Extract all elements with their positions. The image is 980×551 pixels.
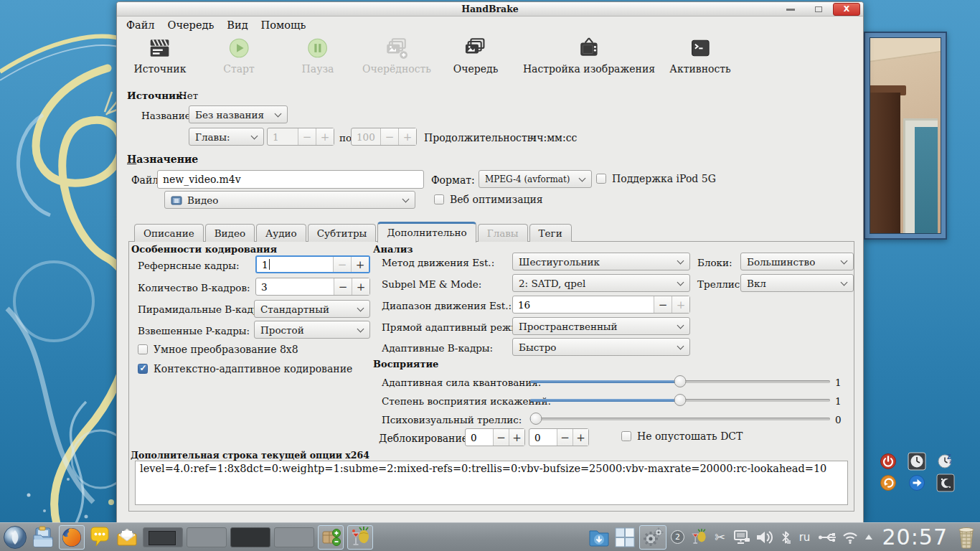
chapter-end-spinner[interactable]: 100 (351, 128, 417, 146)
slider-knob[interactable] (674, 375, 687, 387)
notification-badge[interactable]: 2 (670, 525, 686, 550)
keyboard-layout-indicator[interactable]: ru (796, 525, 814, 550)
chat-icon[interactable] (88, 525, 111, 550)
pager-icon[interactable] (614, 525, 636, 550)
usb-icon[interactable] (817, 525, 837, 550)
trash-basket-icon[interactable] (956, 525, 977, 550)
minus-icon[interactable] (493, 429, 509, 446)
mail-icon[interactable] (115, 525, 139, 550)
destination-folder-dropdown[interactable]: Видео (164, 191, 415, 209)
partitions-dropdown[interactable]: Большинство (740, 253, 854, 270)
b-frames-spinner[interactable]: 3 (255, 278, 370, 296)
menu-file[interactable]: Файл (126, 19, 155, 31)
plus-icon[interactable] (672, 296, 689, 313)
ipod-support-checkbox[interactable]: Поддержка iPod 5G (596, 173, 716, 184)
cabac-checkbox[interactable]: Контекстно-адаптивное кодирование (138, 363, 352, 375)
package-manager-icon[interactable] (318, 525, 344, 550)
lock-screen-icon[interactable] (931, 472, 960, 494)
download-folder-icon[interactable] (588, 525, 611, 550)
subpel-dropdown[interactable]: 2: SATD, qpel (512, 274, 690, 292)
ref-frames-spinner[interactable]: 1 (255, 255, 370, 273)
minus-icon[interactable] (298, 128, 316, 145)
trellis-dropdown[interactable]: Вкл (740, 274, 854, 292)
logout-icon[interactable] (903, 472, 931, 494)
plus-icon[interactable] (316, 128, 334, 145)
8x8-transform-checkbox[interactable]: Умное преобразование 8x8 (138, 344, 298, 355)
psy-rd-slider[interactable] (530, 399, 830, 402)
slider-knob[interactable] (530, 413, 542, 425)
source-button[interactable]: Источник (134, 37, 187, 75)
taskbar-clock[interactable]: 20:57 (882, 524, 948, 550)
tab-audio[interactable]: Аудио (256, 224, 306, 242)
clock-icon[interactable] (903, 451, 931, 472)
format-dropdown[interactable]: MPEG-4 (avformat) (479, 170, 592, 188)
gears-icon[interactable] (639, 525, 666, 550)
aq-strength-slider[interactable] (530, 380, 830, 383)
x264-options-textarea[interactable]: level=4.0:ref=1:8x8dct=0:weightp=1:subme… (135, 461, 848, 505)
plus-icon[interactable] (352, 278, 369, 295)
picture-settings-button[interactable]: Настройка изображения (523, 37, 655, 75)
titlebar[interactable]: HandBrake X (117, 2, 863, 17)
plus-icon[interactable] (573, 429, 588, 446)
cocktail-icon[interactable] (347, 525, 373, 550)
wifi-icon[interactable] (841, 525, 859, 550)
tab-summary[interactable]: Описание (134, 224, 204, 242)
minus-icon[interactable] (557, 429, 573, 446)
weighted-p-dropdown[interactable]: Простой (254, 321, 370, 339)
restart-icon[interactable] (874, 472, 903, 494)
maximize-button[interactable] (805, 3, 832, 16)
pyramidal-dropdown[interactable]: Стандартный (254, 300, 370, 318)
checkbox[interactable] (621, 431, 631, 441)
menu-view[interactable]: Вид (227, 19, 248, 31)
power-icon[interactable] (874, 451, 903, 472)
plus-icon[interactable] (351, 257, 369, 272)
file-manager-icon[interactable] (31, 525, 55, 550)
title-dropdown[interactable]: Без названия (189, 105, 288, 123)
chapter-start-spinner[interactable]: 1 (267, 128, 334, 146)
queue-button[interactable]: Очередь (453, 37, 499, 75)
minus-icon[interactable] (333, 257, 351, 272)
no-dct-decimate-checkbox[interactable]: Не опустошать DCT (621, 430, 743, 442)
tab-video[interactable]: Видео (205, 224, 255, 242)
checkbox[interactable] (138, 364, 148, 374)
taskbar-window-button[interactable] (230, 527, 270, 547)
tab-tags[interactable]: Теги (529, 224, 572, 242)
activity-button[interactable]: Активность (669, 37, 730, 75)
psy-trellis-slider[interactable] (530, 418, 830, 420)
start-orb-icon[interactable] (3, 525, 27, 550)
checkbox[interactable] (596, 174, 606, 184)
plus-icon[interactable] (398, 128, 416, 145)
plus-icon[interactable] (509, 429, 524, 446)
menu-help[interactable]: Помощь (261, 19, 306, 31)
menu-queue[interactable]: Очередь (168, 19, 215, 31)
motion-method-dropdown[interactable]: Шестиугольник (512, 253, 690, 270)
deblock-spinner-2[interactable]: 0 (529, 428, 589, 446)
tab-subtitles[interactable]: Субтитры (308, 224, 377, 242)
web-optimized-checkbox[interactable]: Веб оптимизация (434, 194, 543, 205)
deblock-spinner-1[interactable]: 0 (465, 428, 525, 446)
bluetooth-icon[interactable] (778, 525, 793, 550)
volume-icon[interactable] (755, 525, 775, 550)
close-button[interactable]: X (833, 3, 860, 16)
slider-knob[interactable] (674, 394, 687, 406)
taskbar-window-button[interactable] (143, 527, 183, 547)
minus-icon[interactable] (380, 128, 398, 145)
tab-advanced[interactable]: Дополнительно (377, 222, 476, 242)
suspend-icon[interactable]: Zz (931, 451, 960, 472)
direct-mode-dropdown[interactable]: Пространственный (512, 317, 690, 335)
tray-expand-arrow-icon[interactable] (863, 525, 875, 550)
minus-icon[interactable] (654, 296, 672, 313)
scissors-icon[interactable]: ✂ (712, 525, 729, 550)
file-name-input[interactable]: new_video.m4v (157, 170, 424, 189)
firefox-icon[interactable] (59, 525, 85, 550)
network-monitor-icon[interactable] (732, 525, 751, 550)
adaptive-b-dropdown[interactable]: Быстро (512, 338, 690, 356)
checkbox[interactable] (434, 194, 444, 204)
range-mode-dropdown[interactable]: Главы: (189, 128, 264, 146)
taskbar-window-button[interactable] (274, 527, 314, 547)
checkbox[interactable] (138, 344, 148, 354)
minimize-button[interactable] (777, 3, 804, 16)
cocktail-tray-icon[interactable] (689, 525, 708, 550)
taskbar-window-button[interactable] (187, 527, 227, 547)
minus-icon[interactable] (334, 278, 352, 295)
